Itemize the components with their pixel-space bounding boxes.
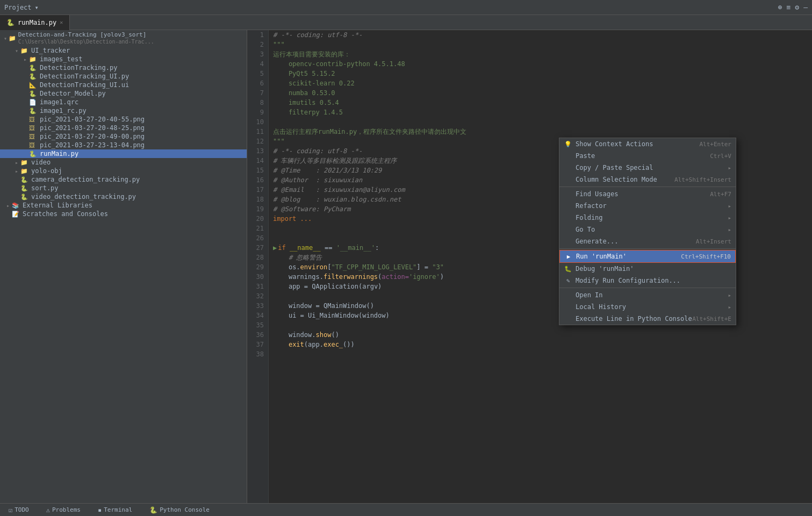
line-number-36: 36 [247,330,264,340]
gear-icon[interactable]: ⚙ [795,3,799,11]
tree-label: Scratches and Consoles [23,210,108,218]
sidebar-item-runmain_py[interactable]: 🐍 runMain.py [0,149,247,158]
tree-label: camera_detection_tracking.py [31,176,140,183]
sidebar-item-detectiontracking_ui_py[interactable]: 🐍 DetectionTracking_UI.py [0,72,247,81]
sidebar-item-video_detection_tracking_py[interactable]: 🐍 video_detection_tracking.py [0,192,247,201]
menu-label-open-in: Open In [576,291,603,299]
tree-label: pic_2021-03-27-23-13-04.png [40,141,145,149]
menu-item-folding[interactable]: Folding ▸ [559,212,736,224]
sidebar-item-external_libraries[interactable]: ▸ 📚 External Libraries [0,201,247,210]
dropdown-arrow[interactable]: ▾ [35,4,39,11]
title-bar: Project ▾ ⊕ ≡ ⚙ — [0,0,812,15]
tab-runmain[interactable]: 🐍 runMain.py ✕ [0,15,70,30]
menu-item-execute-line[interactable]: Execute Line in Python Console Alt+Shift… [559,313,736,325]
sidebar-root[interactable]: ▾ 📁 Detection-and-Tracking [yolov3_sort]… [0,30,247,46]
menu-item-copy-paste-special[interactable]: Copy / Paste Special ▸ [559,162,736,174]
menu-item-local-history[interactable]: Local History ▸ [559,301,736,313]
menu-item-left-find-usages: Find Usages [564,190,618,198]
line-number-6: 6 [247,78,264,88]
menu-item-go-to[interactable]: Go To ▸ [559,224,736,235]
sidebar-item-sort_py[interactable]: 🐍 sort.py [0,184,247,192]
sidebar-item-camera_detection_tracking_py[interactable]: 🐍 camera_detection_tracking.py [0,175,247,184]
menu-label-modify-run: Modify Run Configuration... [576,277,680,284]
sidebar-item-image1_qrc[interactable]: 📄 image1.qrc [0,98,247,106]
line-number-12: 12 [247,137,264,146]
tree-label: pic_2021-03-27-20-49-00.png [40,133,145,140]
menu-shortcut-run: Ctrl+Shift+F10 [681,253,731,260]
status-tab-icon-terminal: ▪ [98,506,102,514]
line-number-2: 2 [247,40,264,49]
status-tab-python-console[interactable]: 🐍 Python Console [145,504,214,517]
sidebar-item-pic_2021_03_27_20_48_25_png[interactable]: 🖼 pic_2021-03-27-20-48-25.png [0,124,247,132]
code-line-10 [273,117,812,127]
sidebar-item-video[interactable]: ▸ 📁 video [0,158,247,167]
sidebar-item-detectiontracking_ui_ui[interactable]: 📐 DetectionTracking_UI.ui [0,81,247,89]
menu-icon-debug: 🐛 [564,266,572,273]
status-tab-label-python-console: Python Console [160,506,210,513]
tree-label: DetectionTracking_UI.py [40,73,129,80]
root-arrow: ▾ [2,35,9,41]
root-folder-icon: 📁 [9,35,16,42]
sidebar-item-detector_model_py[interactable]: 🐍 Detector_Model.py [0,89,247,98]
sidebar-item-image1_rc_py[interactable]: 🐍 image1_rc.py [0,106,247,115]
sidebar-item-detectiontracking_py[interactable]: 🐍 DetectionTracking.py [0,63,247,72]
tree-arrow: ▸ [21,56,29,62]
menu-item-debug[interactable]: 🐛 Debug 'runMain' [559,263,736,275]
sidebar-item-scratches_and_consoles[interactable]: 📝 Scratches and Consoles [0,210,247,218]
minimize-icon[interactable]: — [803,3,808,11]
tree-icon: 📐 [29,82,38,89]
sidebar-item-pic_2021_03_27_20_49_00_png[interactable]: 🖼 pic_2021-03-27-20-49-00.png [0,132,247,141]
root-label: Detection-and-Tracking [yolov3_sort] C:\… [18,31,245,45]
menu-item-generate[interactable]: Generate... Alt+Insert [559,235,736,247]
status-bar: ☑ TODO ⚠ Problems ▪ Terminal 🐍 Python Co… [0,503,812,516]
menu-label-column-selection: Column Selection Mode [576,176,657,183]
code-area: 1234567891011121314151617181920212627282… [247,30,812,503]
line-number-3: 3 [247,49,264,59]
tree-label: UI_tracker [31,47,70,54]
menu-icon-show-context: 💡 [564,141,572,148]
status-tab-label-problems: Problems [52,506,81,513]
tab-close-icon[interactable]: ✕ [60,19,63,25]
menu-item-paste[interactable]: Paste Ctrl+V [559,150,736,162]
tree-label: runMain.py [40,150,78,157]
status-tab-label-todo: TODO [15,506,29,513]
code-line-3: 运行本项目需要安装的库： [273,49,812,59]
status-tab-terminal[interactable]: ▪ Terminal [94,504,136,517]
menu-item-run[interactable]: ▶ Run 'runMain' Ctrl+Shift+F10 [559,250,736,263]
tab-label: runMain.py [18,19,56,26]
line-number-5: 5 [247,69,264,78]
line-number-13: 13 [247,146,264,156]
sidebar-item-pic_2021_03_27_20_40_55_png[interactable]: 🖼 pic_2021-03-27-20-40-55.png [0,115,247,124]
status-tab-icon-todo: ☑ [9,506,12,514]
sidebar-item-ui_tracker[interactable]: ▾ 📁 UI_tracker [0,46,247,55]
tree-icon: 📝 [12,211,20,218]
menu-item-left-execute-line: Execute Line in Python Console [564,315,692,322]
tree-icon: 🐍 [29,90,38,97]
menu-item-modify-run[interactable]: ✎ Modify Run Configuration... [559,275,736,286]
sidebar-item-pic_2021_03_27_23_13_04_png[interactable]: 🖼 pic_2021-03-27-23-13-04.png [0,141,247,149]
menu-label-find-usages: Find Usages [576,190,618,198]
status-tab-todo[interactable]: ☑ TODO [4,504,33,517]
status-tab-problems[interactable]: ⚠ Problems [42,504,85,517]
line-number-32: 32 [247,291,264,301]
list-icon[interactable]: ≡ [787,3,791,11]
globe-icon[interactable]: ⊕ [778,3,782,11]
menu-item-find-usages[interactable]: Find Usages Alt+F7 [559,188,736,200]
menu-item-open-in[interactable]: Open In ▸ [559,289,736,301]
tree-icon: 🐍 [20,176,29,183]
sidebar-item-yolo_obj[interactable]: ▸ 📁 yolo-obj [0,167,247,175]
code-line-6: scikit-learn 0.22 [273,78,812,88]
tree-label: yolo-obj [31,167,62,175]
line-number-9: 9 [247,108,264,117]
project-label: Project [4,4,32,11]
line-number-16: 16 [247,175,264,185]
tree-icon: 🐍 [20,194,29,200]
menu-item-column-selection[interactable]: Column Selection Mode Alt+Shift+Insert [559,174,736,185]
tree-icon: 🖼 [29,116,38,123]
menu-item-refactor[interactable]: Refactor ▸ [559,200,736,212]
menu-item-show-context[interactable]: 💡 Show Context Actions Alt+Enter [559,138,736,150]
tree-label: video_detection_tracking.py [31,193,136,200]
sidebar-item-images_test[interactable]: ▸ 📁 images_test [0,55,247,63]
line-number-28: 28 [247,253,264,262]
menu-label-show-context: Show Context Actions [576,140,653,148]
